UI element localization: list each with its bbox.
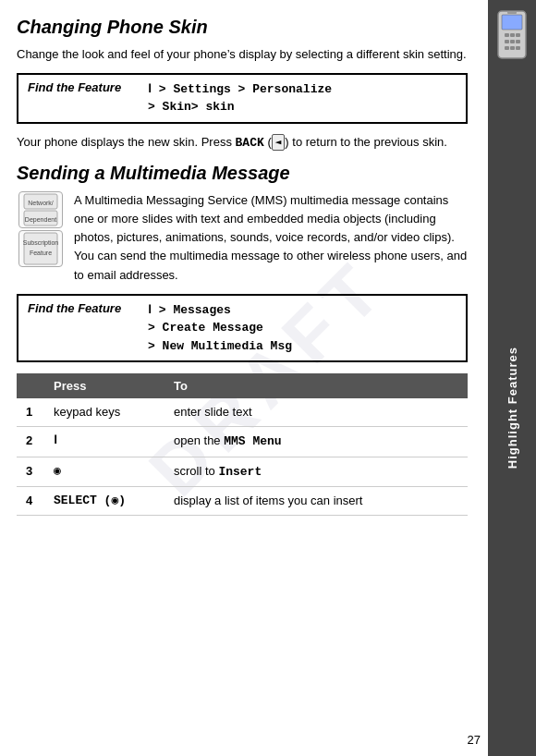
row4-to: display a list of items you can insert [164,486,468,515]
svg-rect-18 [507,11,517,14]
find-feature2-path-line2: > Create Message [148,319,292,337]
find-feature-content-2: Ⅰ > Messages > Create Message > New Mult… [148,301,292,356]
row1-press: keypad keys [44,398,164,427]
svg-text:Subscription: Subscription [23,239,58,247]
table-col-press: Press [44,373,164,398]
sidebar: Highlight Features [488,0,536,756]
section1-body2-text2: ( [264,135,272,149]
section1-body2: Your phone displays the new skin. Press … [17,133,468,152]
row3-num: 3 [17,457,44,486]
row1-to: enter slide text [164,398,468,427]
row4-press: SELECT (◉) [44,486,164,515]
find-feature-label-1: Find the Feature [28,80,139,94]
row3-to: scroll to Insert [164,457,468,486]
svg-rect-9 [505,33,509,37]
row2-press: Ⅰ [44,427,164,457]
row2-to-text: open the [174,433,224,447]
main-content: Changing Phone Skin Change the look and … [0,0,488,756]
section2-icons: Network/ Dependent Subscription Feature [17,191,65,285]
section2-title: Sending a Multimedia Message [17,163,468,184]
svg-rect-15 [505,46,509,50]
back-button-icon: ◄ [272,134,286,152]
section1-back-key: BACK [236,136,264,150]
svg-rect-13 [510,40,515,43]
table-row: 3 ◉ scroll to Insert [17,457,468,486]
find-feature-path-line2: > Skin> skin [148,98,332,116]
svg-text:Dependent: Dependent [25,216,56,224]
phone-icon [494,9,530,60]
row4-num: 4 [17,486,44,515]
find-feature-box-2: Find the Feature Ⅰ > Messages > Create M… [17,294,468,363]
section2-body-text: A Multimedia Messaging Service (MMS) mul… [74,191,468,285]
sidebar-label: Highlight Features [506,347,519,469]
table-header-row: Press To [17,373,468,398]
svg-rect-16 [510,46,515,50]
section1-body2-text3: ) to return to the previous skin. [285,135,447,149]
feature-svg: Subscription Feature [23,232,58,265]
svg-rect-10 [510,33,515,37]
svg-rect-17 [516,46,520,50]
sidebar-text-wrapper: Highlight Features [506,60,519,756]
row3-press: ◉ [44,457,164,486]
svg-rect-8 [502,15,522,30]
table-row: 4 SELECT (◉) display a list of items you… [17,486,468,515]
row3-to-text: scroll to [174,464,218,478]
svg-text:Network/: Network/ [28,200,54,206]
phone-icon-area [488,0,536,60]
svg-text:Feature: Feature [30,250,52,256]
find-feature-path-line1: Ⅰ > Settings > Personalize [148,80,332,99]
svg-rect-11 [516,33,520,37]
svg-rect-4 [24,233,57,264]
find-feature2-path-line3: > New Multimedia Msg [148,337,292,356]
section1-title: Changing Phone Skin [17,17,468,38]
find-feature2-path-line1: Ⅰ > Messages [148,301,292,320]
row2-to: open the MMS Menu [164,427,468,457]
section1-body1: Change the look and feel of your phone’s… [17,45,468,64]
badge-svg: Network/ Dependent [23,193,58,226]
page-container: DRAFT Changing Phone Skin Change the loo… [0,0,536,756]
find-feature-box-1: Find the Feature Ⅰ > Settings > Personal… [17,73,468,124]
row2-num: 2 [17,427,44,457]
svg-rect-12 [505,40,509,43]
section1-body2-text1: Your phone displays the new skin. Press [17,135,236,149]
find-feature-label-2: Find the Feature [28,301,139,315]
row1-num: 1 [17,398,44,427]
table-row: 1 keypad keys enter slide text [17,398,468,427]
table-col-num [17,373,44,398]
svg-rect-14 [516,40,520,43]
table-col-to: To [164,373,468,398]
feature-icon: Subscription Feature [18,230,63,267]
row2-to-bold: MMS Menu [224,434,281,448]
find-feature-content-1: Ⅰ > Settings > Personalize > Skin> skin [148,80,332,116]
row3-to-bold: Insert [218,465,262,479]
network-subscription-icon: Network/ Dependent [18,191,63,228]
page-number: 27 [468,733,481,747]
table-row: 2 Ⅰ open the MMS Menu [17,427,468,457]
section2-body-wrapper: Network/ Dependent Subscription Feature … [17,191,468,285]
press-to-table: Press To 1 keypad keys enter slide text … [17,373,468,516]
